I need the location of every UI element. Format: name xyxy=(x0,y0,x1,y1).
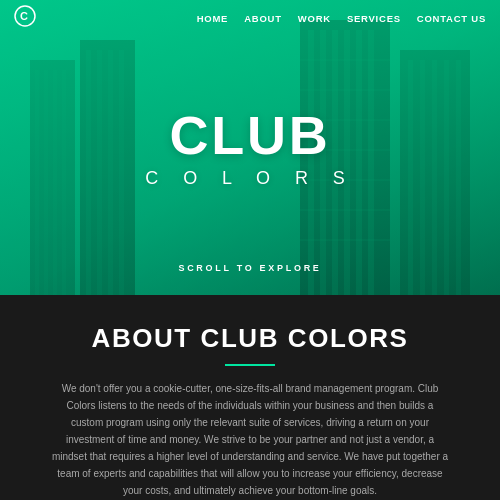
hero-title: CLUB xyxy=(145,107,354,161)
hero-subtitle: C O L O R S xyxy=(145,167,354,188)
about-title: ABOUT CLUB COLORS xyxy=(50,323,450,354)
navbar: C HOME ABOUT WORK SERVICES CONTACT US xyxy=(0,0,500,36)
svg-text:C: C xyxy=(20,10,28,22)
nav-about-link[interactable]: ABOUT xyxy=(244,13,282,24)
about-section: ABOUT CLUB COLORS We don't offer you a c… xyxy=(0,295,500,500)
hero-section: C HOME ABOUT WORK SERVICES CONTACT US CL… xyxy=(0,0,500,295)
hero-scroll-text: SCROLL TO EXPLORE xyxy=(178,263,321,273)
nav-services-link[interactable]: SERVICES xyxy=(347,13,401,24)
nav-home-link[interactable]: HOME xyxy=(197,13,229,24)
nav-contact-link[interactable]: CONTACT US xyxy=(417,13,486,24)
about-divider xyxy=(225,364,275,366)
about-paragraph-1: We don't offer you a cookie-cutter, one-… xyxy=(50,380,450,499)
hero-content: CLUB C O L O R S xyxy=(145,107,354,188)
logo[interactable]: C xyxy=(14,5,36,31)
nav-work-link[interactable]: WORK xyxy=(298,13,331,24)
nav-links: HOME ABOUT WORK SERVICES CONTACT US xyxy=(197,13,486,24)
